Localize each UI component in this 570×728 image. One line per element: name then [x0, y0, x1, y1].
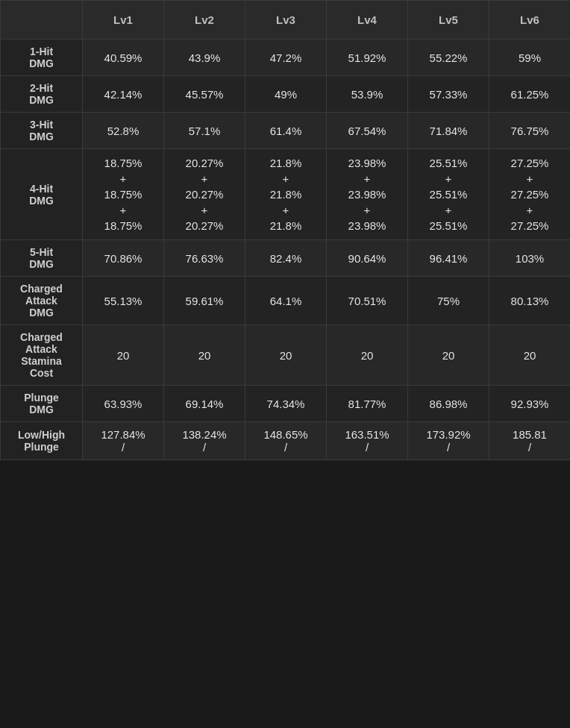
row-cell: 82.4%	[245, 240, 327, 277]
header-empty	[1, 1, 83, 40]
header-lv5: Lv5	[408, 1, 489, 40]
row-cell: 20	[245, 325, 327, 386]
row-cell: 57.1%	[164, 113, 245, 149]
row-cell: 23.98%+23.98%+23.98%	[327, 149, 408, 240]
row-cell: 90.64%	[327, 240, 408, 277]
row-cell: 76.63%	[164, 240, 245, 277]
header-lv3: Lv3	[245, 1, 327, 40]
row-cell: 52.8%	[83, 113, 164, 149]
row-cell: 103%	[489, 240, 571, 277]
row-cell: 42.14%	[83, 76, 164, 113]
row-cell: 138.24%/	[164, 422, 245, 460]
header-lv6: Lv6	[489, 1, 571, 40]
row-cell: 59.61%	[164, 277, 245, 325]
row-cell: 20	[83, 325, 164, 386]
row-cell: 25.51%+25.51%+25.51%	[408, 149, 489, 240]
row-cell: 63.93%	[83, 386, 164, 422]
table-row: 2-HitDMG 42.14% 45.57% 49% 53.9% 57.33% …	[1, 76, 571, 113]
row-cell: 21.8%+21.8%+21.8%	[245, 149, 327, 240]
row-cell: 64.1%	[245, 277, 327, 325]
row-cell: 55.22%	[408, 40, 489, 76]
table-row: PlungeDMG 63.93% 69.14% 74.34% 81.77% 86…	[1, 386, 571, 422]
row-cell: 185.81/	[489, 422, 571, 460]
row-cell: 71.84%	[408, 113, 489, 149]
row-cell: 80.13%	[489, 277, 571, 325]
row-cell: 86.98%	[408, 386, 489, 422]
row-cell: 67.54%	[327, 113, 408, 149]
row-label: ChargedAttackDMG	[1, 277, 83, 325]
row-cell: 92.93%	[489, 386, 571, 422]
header-row: Lv1 Lv2 Lv3 Lv4 Lv5 Lv6	[1, 1, 571, 40]
row-label: 5-HitDMG	[1, 240, 83, 277]
stats-table: Lv1 Lv2 Lv3 Lv4 Lv5 Lv6 1-HitDMG 40.59% …	[0, 0, 570, 460]
row-cell: 51.92%	[327, 40, 408, 76]
row-label: PlungeDMG	[1, 386, 83, 422]
row-cell: 20	[408, 325, 489, 386]
table-row: Low/HighPlunge 127.84%/ 138.24%/ 148.65%…	[1, 422, 571, 460]
row-cell: 69.14%	[164, 386, 245, 422]
table-row: 3-HitDMG 52.8% 57.1% 61.4% 67.54% 71.84%…	[1, 113, 571, 149]
row-cell: 96.41%	[408, 240, 489, 277]
row-cell: 20.27%+20.27%+20.27%	[164, 149, 245, 240]
row-cell: 127.84%/	[83, 422, 164, 460]
row-cell: 70.51%	[327, 277, 408, 325]
row-cell: 18.75%+18.75%+18.75%	[83, 149, 164, 240]
table-row: ChargedAttackDMG 55.13% 59.61% 64.1% 70.…	[1, 277, 571, 325]
row-cell: 43.9%	[164, 40, 245, 76]
row-cell: 27.25%+27.25%+27.25%	[489, 149, 571, 240]
row-cell: 61.4%	[245, 113, 327, 149]
row-cell: 20	[164, 325, 245, 386]
table-row: ChargedAttackStaminaCost 20 20 20 20 20 …	[1, 325, 571, 386]
row-cell: 76.75%	[489, 113, 571, 149]
row-cell: 70.86%	[83, 240, 164, 277]
row-cell: 74.34%	[245, 386, 327, 422]
header-lv4: Lv4	[327, 1, 408, 40]
row-cell: 75%	[408, 277, 489, 325]
row-cell: 148.65%/	[245, 422, 327, 460]
row-cell: 173.92%/	[408, 422, 489, 460]
row-label: 1-HitDMG	[1, 40, 83, 76]
stats-table-container: Lv1 Lv2 Lv3 Lv4 Lv5 Lv6 1-HitDMG 40.59% …	[0, 0, 570, 460]
row-cell: 59%	[489, 40, 571, 76]
table-row: 4-HitDMG 18.75%+18.75%+18.75% 20.27%+20.…	[1, 149, 571, 240]
row-cell: 45.57%	[164, 76, 245, 113]
row-cell: 57.33%	[408, 76, 489, 113]
row-label: ChargedAttackStaminaCost	[1, 325, 83, 386]
row-label: 2-HitDMG	[1, 76, 83, 113]
table-row: 1-HitDMG 40.59% 43.9% 47.2% 51.92% 55.22…	[1, 40, 571, 76]
row-label: 4-HitDMG	[1, 149, 83, 240]
row-cell: 81.77%	[327, 386, 408, 422]
row-cell: 20	[489, 325, 571, 386]
row-cell: 40.59%	[83, 40, 164, 76]
header-lv2: Lv2	[164, 1, 245, 40]
row-cell: 20	[327, 325, 408, 386]
header-lv1: Lv1	[83, 1, 164, 40]
row-cell: 61.25%	[489, 76, 571, 113]
row-label: Low/HighPlunge	[1, 422, 83, 460]
row-cell: 53.9%	[327, 76, 408, 113]
row-cell: 49%	[245, 76, 327, 113]
row-cell: 163.51%/	[327, 422, 408, 460]
row-cell: 47.2%	[245, 40, 327, 76]
table-row: 5-HitDMG 70.86% 76.63% 82.4% 90.64% 96.4…	[1, 240, 571, 277]
row-label: 3-HitDMG	[1, 113, 83, 149]
row-cell: 55.13%	[83, 277, 164, 325]
